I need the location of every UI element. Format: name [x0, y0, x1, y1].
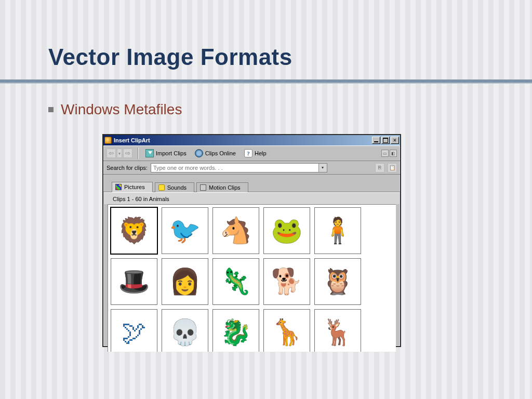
- help-button[interactable]: ? Help: [242, 148, 269, 158]
- clip-magician-rabbit[interactable]: 🎩: [111, 258, 157, 305]
- tab-motion-clips[interactable]: Motion Clips: [196, 182, 248, 192]
- bird-flying-icon: 🕊: [122, 320, 147, 345]
- results-status: Clips 1 - 60 in Animals: [103, 192, 400, 204]
- motion-icon: [200, 184, 206, 191]
- clip-antelope[interactable]: 🦌: [314, 309, 361, 352]
- minimize-button[interactable]: [372, 137, 380, 144]
- search-field: ▾: [151, 163, 327, 172]
- forward-button[interactable]: ⇨: [123, 149, 132, 158]
- frog-icon: 🐸: [271, 218, 302, 243]
- slide-title: Vector Image Formats: [48, 44, 292, 70]
- dock-toggle-button[interactable]: ◧: [390, 150, 397, 157]
- lion-icon: 🦁: [118, 218, 150, 243]
- pictures-icon: [115, 184, 122, 190]
- back-history-dropdown[interactable]: ▾: [117, 149, 122, 158]
- copy-button[interactable]: ⎘: [375, 163, 384, 172]
- dog-icon: 🐕: [271, 269, 302, 294]
- paste-button[interactable]: 📋: [388, 163, 397, 172]
- clip-dragon[interactable]: 🐉: [212, 309, 259, 352]
- clips-online-button[interactable]: Clips Online: [193, 148, 238, 158]
- clip-vet-with-dog[interactable]: 👩: [162, 258, 208, 305]
- help-icon: ?: [244, 149, 252, 157]
- clip-bird-flying[interactable]: 🕊: [111, 309, 157, 352]
- dock-collapse-button[interactable]: ▭: [381, 150, 389, 157]
- import-clips-button[interactable]: Import Clips: [143, 148, 189, 158]
- owl-reading-icon: 🦉: [322, 269, 353, 294]
- maximize-button[interactable]: [381, 137, 390, 144]
- import-label: Import Clips: [156, 150, 187, 156]
- import-icon: [145, 149, 154, 157]
- sounds-icon: [158, 184, 165, 191]
- magician-rabbit-icon: 🎩: [118, 269, 150, 294]
- giraffe-icon: 🦒: [271, 320, 302, 345]
- tab-motion-label: Motion Clips: [209, 184, 241, 191]
- app-icon: [104, 137, 112, 144]
- titlebar[interactable]: Insert ClipArt: [103, 135, 400, 145]
- tab-sounds[interactable]: Sounds: [155, 182, 194, 192]
- dinosaur-icon: 🦎: [220, 269, 251, 294]
- search-label: Search for clips:: [107, 165, 148, 171]
- horse-head-icon: 🐴: [220, 218, 251, 243]
- hunter-icon: 🧍: [322, 218, 353, 243]
- clip-hunter[interactable]: 🧍: [314, 207, 361, 254]
- back-button[interactable]: ⇦: [107, 149, 116, 158]
- search-dropdown-button[interactable]: ▾: [318, 164, 327, 172]
- help-label: Help: [255, 150, 267, 156]
- clip-horse-head[interactable]: 🐴: [212, 207, 259, 254]
- toolbar: ⇦ ▾ ⇨ Import Clips Clips Online ? Help ▭…: [103, 145, 400, 161]
- title-divider-shadow: [0, 83, 532, 84]
- tab-strip: Pictures Sounds Motion Clips: [103, 175, 400, 192]
- window-title: Insert ClipArt: [114, 137, 150, 143]
- clipart-window: Insert ClipArt ⇦ ▾ ⇨ Import Clips Clips …: [102, 134, 401, 347]
- heron-icon: 🐦: [169, 218, 201, 243]
- tab-pictures[interactable]: Pictures: [112, 182, 153, 192]
- close-button[interactable]: [391, 137, 399, 144]
- online-label: Clips Online: [205, 150, 236, 156]
- antelope-icon: 🦌: [322, 320, 353, 345]
- vet-with-dog-icon: 👩: [169, 269, 201, 294]
- clip-heron[interactable]: 🐦: [162, 207, 208, 254]
- dragon-icon: 🐉: [220, 320, 251, 345]
- search-input[interactable]: [151, 164, 318, 172]
- tab-pictures-label: Pictures: [124, 184, 145, 190]
- toolbar-separator: [138, 148, 138, 159]
- clip-owl-reading[interactable]: 🦉: [314, 258, 361, 305]
- clip-grid[interactable]: 🦁🐦🐴🐸🧍🎩👩🦎🐕🦉🕊💀🐉🦒🦌: [108, 204, 396, 352]
- globe-icon: [195, 149, 203, 157]
- clip-dinosaur[interactable]: 🦎: [212, 258, 259, 305]
- clip-dog[interactable]: 🐕: [263, 258, 310, 305]
- slide-subtitle: Windows Metafiles: [48, 101, 182, 118]
- cattle-skull-icon: 💀: [169, 320, 201, 345]
- clip-giraffe[interactable]: 🦒: [263, 309, 310, 352]
- clip-frog[interactable]: 🐸: [263, 207, 310, 254]
- clip-lion[interactable]: 🦁: [111, 207, 157, 254]
- clip-cattle-skull[interactable]: 💀: [162, 309, 208, 352]
- tab-sounds-label: Sounds: [167, 184, 187, 191]
- search-bar: Search for clips: ▾ ⎘ 📋: [103, 161, 400, 175]
